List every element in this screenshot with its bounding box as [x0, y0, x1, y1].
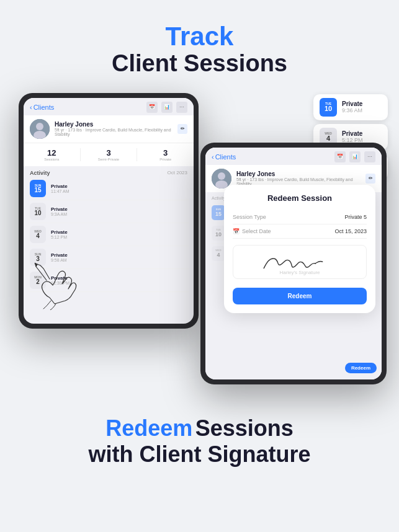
activity-title-left: Activity	[30, 170, 50, 176]
topbar-icons-right: 📅 📊 ⋯	[334, 151, 375, 162]
svg-point-1	[36, 123, 43, 130]
activity-header-left: Activity Oct 2023	[24, 166, 194, 177]
profile-name-left: Harley Jones	[55, 121, 177, 128]
session-badge-1: SUN 15	[30, 180, 46, 197]
stats-row-left: 12 Sessions 3 Semi-Private 3 Private	[24, 143, 194, 166]
fc-info-2: Private 5:12 PM	[342, 130, 363, 143]
avatar-left	[30, 119, 50, 139]
tablet-right: ‹ Clients 📅 📊 ⋯	[200, 143, 387, 384]
stat-semi: 3 Semi-Private	[81, 148, 138, 161]
tablet-container: ‹ Clients 📅 📊 ⋯	[0, 87, 399, 409]
modal-session-type-row: Session Type Private 5	[233, 210, 367, 224]
bottom-section: Redeem Sessions with Client Signature	[0, 409, 399, 480]
redeem-modal: Redeem Session Session Type Private 5 📅 …	[224, 185, 375, 313]
app-topbar-right: ‹ Clients 📅 📊 ⋯	[205, 148, 382, 165]
redeem-button[interactable]: Redeem	[233, 288, 367, 304]
activity-date-left: Oct 2023	[168, 170, 187, 175]
app-topbar-left: ‹ Clients 📅 📊 ⋯	[24, 98, 194, 115]
header-section: Track Client Sessions	[0, 0, 399, 77]
modal-title: Redeem Session	[233, 193, 367, 203]
back-label-right: Clients	[215, 153, 236, 161]
session-item-2[interactable]: TUE 10 Private 9:3A AM	[29, 200, 189, 223]
session-badge-2: TUE 10	[30, 203, 46, 220]
stat-private: 3 Private	[137, 148, 194, 161]
calendar-small-icon: 📅	[233, 228, 240, 234]
stat-label-1: Sessions	[24, 157, 80, 161]
badge-num-2: 10	[34, 210, 41, 216]
signature-area[interactable]: Harley's Signature	[233, 245, 367, 279]
calendar-icon-r[interactable]: 📅	[334, 151, 346, 162]
back-button-left[interactable]: ‹ Clients	[30, 104, 54, 111]
topbar-icons-left: 📅 📊 ⋯	[146, 102, 187, 113]
stat-num-1: 12	[24, 148, 80, 157]
session-item-1[interactable]: SUN 15 Private 11:47 AM	[29, 177, 189, 200]
more-icon[interactable]: ⋯	[176, 102, 187, 113]
session-type-label: Session Type	[233, 214, 266, 220]
date-value: Oct 15, 2023	[334, 228, 367, 234]
track-title: Track	[0, 22, 399, 51]
session-badge-3: WED 4	[30, 226, 46, 243]
profile-name-right: Harley Jones	[236, 171, 365, 177]
session-info-3: Private 5:12 PM	[51, 229, 187, 239]
fc-badge-1: TUE 10	[320, 98, 337, 117]
fc-info-1: Private 9:36 AM	[342, 100, 362, 113]
edit-button-right[interactable]: ✏	[365, 174, 375, 184]
avatar-img-left	[30, 119, 50, 139]
stat-label-2: Semi-Private	[81, 157, 137, 161]
badge-num-1: 15	[34, 187, 41, 193]
stat-label-3: Private	[137, 157, 194, 161]
date-label: 📅 Select Date	[233, 228, 271, 234]
calendar-icon[interactable]: 📅	[146, 102, 158, 113]
floating-card-1[interactable]: TUE 10 Private 9:36 AM	[313, 94, 388, 120]
chevron-left-icon: ‹	[30, 104, 32, 111]
app-screen-right: ‹ Clients 📅 📊 ⋯	[205, 148, 382, 379]
profile-sub-left: 5ft yr · 173 lbs · Improve Cardio, Build…	[55, 128, 177, 136]
stat-num-3: 3	[137, 148, 194, 157]
bottom-line1: Redeem Sessions	[0, 415, 399, 441]
session-item-3[interactable]: WED 4 Private 5:12 PM	[29, 223, 189, 246]
chart-icon[interactable]: 📊	[161, 102, 173, 113]
back-label-left: Clients	[34, 104, 55, 111]
more-icon-r[interactable]: ⋯	[364, 151, 375, 162]
redeem-word: Redeem	[105, 415, 192, 441]
bottom-line1-rest: Sessions	[195, 415, 294, 441]
profile-info-right: Harley Jones 5ft yr · 173 lbs · Improve …	[236, 171, 365, 186]
svg-point-4	[218, 172, 225, 180]
stat-num-2: 3	[81, 148, 137, 157]
edit-button-left[interactable]: ✏	[177, 124, 187, 134]
profile-section-left: Harley Jones 5ft yr · 173 lbs · Improve …	[24, 115, 194, 143]
hand-drawing	[12, 248, 99, 310]
session-info-2: Private 9:3A AM	[51, 206, 187, 216]
chevron-left-icon-r: ‹	[212, 153, 214, 161]
signature-label: Harley's Signature	[279, 270, 320, 275]
fab-redeem-button[interactable]: Redeem	[345, 363, 377, 373]
session-type-value: Private 5	[344, 214, 367, 220]
stat-total: 12 Sessions	[24, 148, 81, 161]
tablet-right-screen: ‹ Clients 📅 📊 ⋯	[205, 148, 382, 379]
modal-date-row[interactable]: 📅 Select Date Oct 15, 2023	[233, 224, 367, 239]
profile-info-left: Harley Jones 5ft yr · 173 lbs · Improve …	[55, 121, 177, 136]
bottom-line2: with Client Signature	[0, 441, 399, 468]
subtitle-title: Client Sessions	[0, 51, 399, 77]
session-info-1: Private 11:47 AM	[51, 184, 187, 193]
chart-icon-r[interactable]: 📊	[349, 151, 361, 162]
back-button-right[interactable]: ‹ Clients	[212, 153, 236, 161]
